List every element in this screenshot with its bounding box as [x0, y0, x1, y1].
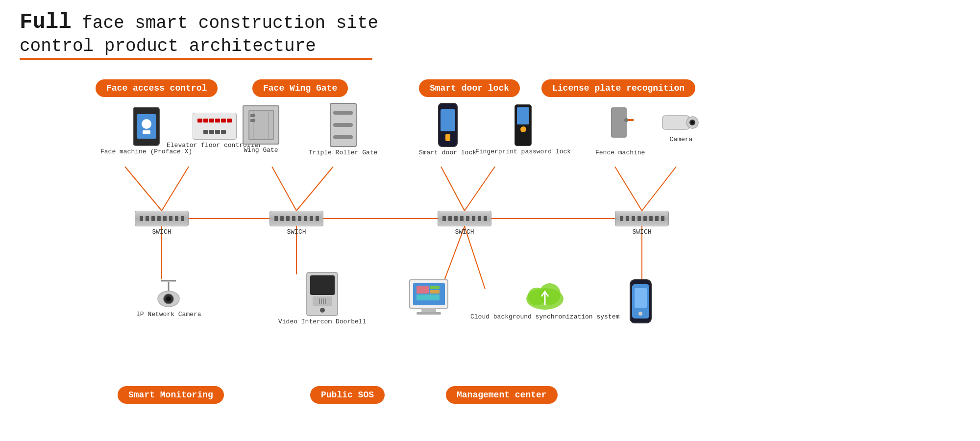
svg-line-1: [162, 167, 189, 211]
cloud-label: Cloud background synchronization system: [470, 313, 619, 321]
ip-camera-label: IP Network Camera: [136, 311, 201, 319]
smart-door-lock-device: Smart door lock: [419, 103, 476, 157]
wing-gate-label: Wing Gate: [244, 147, 278, 155]
svg-line-0: [125, 167, 162, 211]
monitor-screen: [413, 283, 445, 305]
title-underline: [20, 58, 372, 60]
wing-gate-device: Wing Gate: [243, 105, 279, 155]
fp-lock-img: [514, 104, 532, 146]
doorbell-img: [306, 272, 338, 316]
doorbell-device: Video Intercom Doorbell: [278, 272, 366, 326]
camera-label: Camera: [670, 136, 693, 144]
switch1-img: [135, 211, 189, 226]
svg-line-4: [296, 167, 333, 211]
fp-lock-device: Fingerprint password lock: [475, 104, 571, 156]
title-area: Full face smart construction site contro…: [20, 10, 378, 56]
monitor-device: [409, 279, 448, 315]
switch1-device: SWICH: [135, 211, 189, 237]
page-title-line2: control product architecture: [20, 36, 378, 56]
badge-public-sos: Public SOS: [310, 386, 385, 404]
svg-line-13: [615, 167, 642, 211]
switch1-label: SWICH: [152, 228, 171, 237]
smart-door-lock-img: [438, 103, 458, 147]
face-machine-screen: [137, 114, 156, 139]
switch2-device: SWICH: [270, 211, 323, 237]
svg-rect-35: [612, 108, 626, 137]
cloud-device: Cloud background synchronization system: [470, 277, 619, 321]
svg-rect-24: [250, 114, 255, 117]
roller-gate-img: [330, 103, 357, 147]
badge-face-access: Face access control: [96, 79, 218, 97]
switch2-img: [270, 211, 323, 226]
svg-rect-28: [430, 286, 440, 289]
svg-point-33: [539, 283, 561, 305]
svg-point-44: [638, 312, 642, 316]
fence-machine-label: Fence machine: [595, 149, 645, 157]
svg-line-9: [441, 167, 465, 211]
cloud-img: [523, 277, 567, 311]
camera-device: Camera: [662, 112, 701, 144]
page-title-line1: Full face smart construction site: [20, 10, 378, 34]
wing-gate-img: [243, 105, 279, 145]
switch4-img: [615, 211, 669, 226]
switch3-device: SWICH: [438, 211, 491, 237]
switch4-label: SWICH: [632, 228, 651, 237]
switch4-device: SWICH: [615, 211, 669, 237]
svg-rect-38: [662, 116, 689, 129]
svg-line-3: [272, 167, 296, 211]
svg-rect-25: [250, 119, 255, 122]
triple-roller-label: Triple Roller Gate: [309, 149, 377, 157]
ip-camera-device: IP Network Camera: [136, 277, 201, 319]
switch3-img: [438, 211, 491, 226]
badge-smart-door: Smart door lock: [419, 79, 520, 97]
badge-license-plate: License plate recognition: [541, 79, 695, 97]
doorbell-label: Video Intercom Doorbell: [278, 318, 366, 326]
badge-face-wing: Face Wing Gate: [252, 79, 348, 97]
fence-machine-img: [607, 105, 634, 147]
badge-management-center: Management center: [446, 386, 558, 404]
ptz-camera-img: [151, 277, 186, 309]
svg-point-37: [624, 118, 628, 122]
svg-line-10: [465, 167, 495, 211]
svg-rect-30: [416, 294, 440, 300]
switch3-label: SWICH: [455, 228, 474, 237]
triple-roller-device: Triple Roller Gate: [309, 103, 377, 157]
face-machine-img: [133, 107, 160, 146]
svg-rect-43: [635, 288, 647, 308]
svg-point-20: [166, 296, 171, 301]
mobile-phone-device: [630, 279, 652, 323]
camera-img: [662, 112, 701, 134]
switch2-label: SWICH: [287, 228, 306, 237]
badge-smart-monitoring: Smart Monitoring: [118, 386, 224, 404]
svg-rect-29: [430, 290, 440, 294]
svg-point-41: [691, 121, 694, 124]
title-bold: Full: [20, 10, 72, 34]
monitor-img: [409, 279, 448, 309]
smart-door-lock-label: Smart door lock: [419, 149, 476, 157]
fp-lock-label: Fingerprint password lock: [475, 148, 571, 156]
mobile-phone-img: [630, 279, 652, 323]
svg-line-14: [642, 167, 676, 211]
svg-rect-27: [416, 286, 429, 294]
fence-machine-device: Fence machine: [595, 105, 645, 157]
elevator-ctrl-img: [193, 113, 237, 140]
